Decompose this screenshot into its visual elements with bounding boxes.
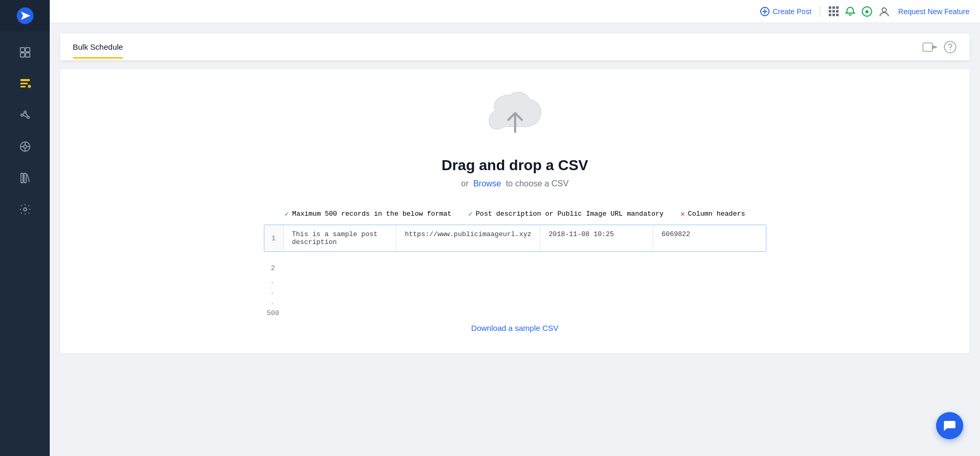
sidebar-item-analytics[interactable] xyxy=(0,99,50,131)
hints-row: ✓ Maximum 500 records in the below forma… xyxy=(285,209,745,218)
sidebar-navigation: ! xyxy=(0,31,50,225)
sidebar-item-posts[interactable]: ! xyxy=(0,68,50,99)
svg-rect-5 xyxy=(26,53,30,57)
row-2-indicator: 2 xyxy=(264,262,766,274)
tab-bulk-schedule[interactable]: Bulk Schedule xyxy=(73,35,123,59)
svg-rect-23 xyxy=(21,173,23,183)
sidebar-item-dashboard[interactable] xyxy=(0,37,50,68)
drag-drop-subtitle: or Browse to choose a CSV xyxy=(461,179,569,188)
svg-rect-31 xyxy=(923,43,932,51)
sidebar: ! xyxy=(0,0,50,456)
download-sample-csv-link[interactable]: Download a sample CSV xyxy=(471,324,559,332)
topbar-divider xyxy=(820,6,820,17)
svg-rect-7 xyxy=(20,83,28,84)
hint-check-icon: ✓ xyxy=(285,209,289,218)
csv-cell-id: 6069822 xyxy=(653,225,766,251)
row-500-indicator: 500 xyxy=(264,307,766,319)
hint-max-records: ✓ Maximum 500 records in the below forma… xyxy=(285,209,452,218)
svg-marker-32 xyxy=(932,46,937,49)
drag-drop-title: Drag and drop a CSV xyxy=(441,157,588,174)
analytics-icon xyxy=(19,109,31,121)
user-avatar[interactable] xyxy=(878,6,890,17)
svg-rect-4 xyxy=(20,53,25,57)
content-area: Bulk Schedule xyxy=(50,23,980,456)
svg-line-14 xyxy=(23,113,24,115)
topbar: Create Post xyxy=(50,0,980,23)
svg-point-34 xyxy=(950,49,951,50)
hint-no-column-headers: ✕ Column headers xyxy=(681,209,745,218)
send-icon xyxy=(16,6,35,25)
svg-line-16 xyxy=(23,115,27,117)
sidebar-item-library[interactable] xyxy=(0,162,50,194)
settings-icon xyxy=(19,203,31,216)
tab-bar: Bulk Schedule xyxy=(60,34,970,61)
svg-point-25 xyxy=(24,208,27,211)
svg-text:!: ! xyxy=(28,85,29,88)
svg-point-13 xyxy=(27,116,29,118)
svg-rect-2 xyxy=(20,48,25,52)
create-post-button[interactable]: Create Post xyxy=(760,7,811,16)
hint-cross-icon: ✕ xyxy=(681,209,685,218)
chat-button[interactable] xyxy=(936,412,963,439)
drop-zone[interactable]: Drag and drop a CSV or Browse to choose … xyxy=(60,69,970,353)
csv-cell-description: This is a sample post description xyxy=(283,225,396,251)
row-number-1: 1 xyxy=(264,225,283,251)
help-icon xyxy=(943,40,957,54)
dashboard-icon xyxy=(19,46,31,59)
video-icon xyxy=(922,42,937,52)
request-feature-link[interactable]: Request New Feature xyxy=(898,7,970,16)
alerts-icon[interactable] xyxy=(862,6,872,17)
grid-icon[interactable] xyxy=(829,6,839,16)
chat-icon xyxy=(943,419,956,432)
hint-check-icon-2: ✓ xyxy=(468,209,472,218)
main-content: Create Post xyxy=(50,0,980,456)
sidebar-logo[interactable] xyxy=(0,0,50,31)
csv-preview-table: 1 This is a sample post description http… xyxy=(264,225,766,252)
csv-row-indicators: 2 . . . 500 xyxy=(264,262,766,319)
svg-rect-3 xyxy=(26,48,30,52)
svg-rect-24 xyxy=(24,173,26,183)
svg-rect-6 xyxy=(20,79,30,81)
svg-point-18 xyxy=(24,145,27,148)
library-icon xyxy=(19,172,31,184)
video-tutorial-button[interactable] xyxy=(922,42,937,52)
svg-line-15 xyxy=(26,113,27,117)
cloud-upload-icon xyxy=(484,90,547,144)
tab-card: Bulk Schedule xyxy=(60,34,970,61)
svg-point-12 xyxy=(24,111,26,113)
plus-circle-icon xyxy=(760,7,770,16)
posts-icon: ! xyxy=(19,77,31,90)
hint-description-mandatory: ✓ Post description or Public Image URL m… xyxy=(468,209,663,218)
tab-actions xyxy=(922,40,957,54)
sidebar-item-monitor[interactable] xyxy=(0,131,50,162)
browse-link[interactable]: Browse xyxy=(473,179,501,188)
notifications-icon[interactable] xyxy=(845,6,855,17)
topbar-icons xyxy=(829,6,890,17)
csv-dots: . . . xyxy=(264,274,766,307)
table-row: 1 This is a sample post description http… xyxy=(264,225,766,251)
csv-cell-datetime: 2018-11-08 10:25 xyxy=(540,225,653,251)
csv-cell-url: https://www.publicimaageurl.xyz xyxy=(396,225,540,251)
svg-point-11 xyxy=(21,114,23,116)
sidebar-item-settings[interactable] xyxy=(0,194,50,225)
svg-point-30 xyxy=(882,8,886,12)
help-button[interactable] xyxy=(943,40,957,54)
svg-rect-8 xyxy=(20,86,26,87)
monitor-icon xyxy=(19,140,31,153)
